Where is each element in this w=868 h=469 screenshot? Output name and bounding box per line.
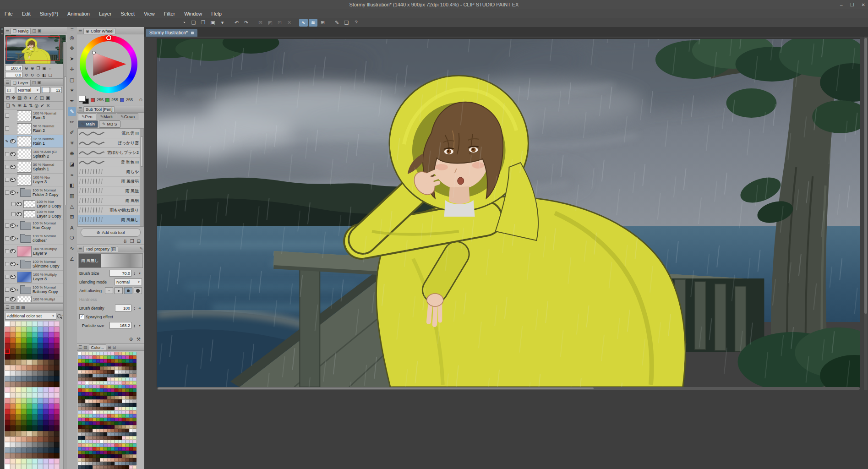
color-swatch[interactable] <box>126 414 129 418</box>
color-swatch[interactable] <box>96 381 100 385</box>
color-swatch[interactable] <box>78 370 82 374</box>
layer-thumbnail[interactable] <box>17 162 32 173</box>
color-swatch[interactable] <box>89 462 93 465</box>
color-swatch[interactable] <box>85 410 89 414</box>
color-swatch[interactable] <box>10 321 16 327</box>
color-swatch[interactable] <box>107 370 111 374</box>
color-swatch[interactable] <box>10 332 16 338</box>
color-swatch[interactable] <box>27 414 32 420</box>
airbrush-tool[interactable]: ✳ <box>68 139 76 147</box>
color-swatch[interactable] <box>96 418 100 421</box>
color-swatch[interactable] <box>78 403 82 407</box>
color-swatch[interactable] <box>96 451 100 454</box>
tab-color-wheel[interactable]: ◉Color Wheel <box>83 28 115 34</box>
color-swatch[interactable] <box>38 409 43 414</box>
color-swatch[interactable] <box>27 321 32 327</box>
fill-tool[interactable]: ◧ <box>68 181 76 190</box>
color-swatch[interactable] <box>93 447 96 451</box>
brush-density-dynamics-button[interactable]: ⇊ <box>137 306 142 310</box>
color-swatch[interactable] <box>122 418 126 421</box>
panel-menu-icon[interactable]: ☰ <box>78 345 82 349</box>
color-swatch[interactable] <box>82 388 85 392</box>
color-swatch[interactable] <box>107 436 111 440</box>
color-swatch[interactable] <box>5 447 10 453</box>
color-swatch[interactable] <box>118 381 122 385</box>
color-swatch[interactable] <box>93 370 96 374</box>
color-swatch[interactable] <box>54 458 60 464</box>
color-swatch[interactable] <box>82 381 85 385</box>
color-swatch[interactable] <box>115 352 118 355</box>
brush-row[interactable]: 雲ぼかしブラシ2 <box>78 148 143 158</box>
color-swatch[interactable] <box>54 387 60 393</box>
color-swatch[interactable] <box>27 447 32 453</box>
color-swatch[interactable] <box>93 392 96 396</box>
color-swatch[interactable] <box>49 414 54 420</box>
layer-checkbox[interactable] <box>4 114 10 118</box>
color-swatch[interactable] <box>82 403 85 407</box>
color-swatch[interactable] <box>107 440 111 443</box>
color-swatch[interactable] <box>82 385 85 388</box>
color-swatch[interactable] <box>38 387 43 393</box>
color-swatch[interactable] <box>96 414 100 418</box>
color-swatch[interactable] <box>107 377 111 381</box>
layer-checkbox[interactable] <box>4 262 10 266</box>
color-swatch[interactable] <box>82 465 85 469</box>
eraser-tool[interactable]: ◪ <box>68 160 76 169</box>
color-swatch[interactable] <box>89 443 93 447</box>
color-swatch[interactable] <box>129 388 133 392</box>
color-swatch[interactable] <box>107 462 111 465</box>
color-swatch[interactable] <box>122 374 126 377</box>
color-swatch[interactable] <box>93 366 96 370</box>
color-swatch[interactable] <box>122 432 126 436</box>
color-swatch[interactable] <box>43 464 49 469</box>
color-swatch[interactable] <box>100 447 104 451</box>
layer-checkbox[interactable] <box>4 178 10 182</box>
color-swatch[interactable] <box>43 447 49 453</box>
color-swatch[interactable] <box>54 409 60 414</box>
new-layer-folder-icon[interactable]: ⊞ <box>17 103 21 108</box>
color-swatch[interactable] <box>104 454 107 458</box>
snap-to-grid-button[interactable]: ⊞ <box>318 19 327 27</box>
rotate-right-icon[interactable]: ↻ <box>29 73 35 77</box>
color-swatch[interactable] <box>10 420 16 425</box>
color-swatch[interactable] <box>16 365 21 371</box>
sub-tool-group-tab-mark[interactable]: ✎Mark <box>97 113 117 120</box>
color-swatch[interactable] <box>78 454 82 458</box>
color-swatch[interactable] <box>111 399 115 403</box>
duplicate-sub-tool-icon[interactable]: ❐ <box>130 239 134 244</box>
color-swatch[interactable] <box>32 447 38 453</box>
color-swatch[interactable] <box>49 453 54 458</box>
color-swatch[interactable] <box>89 421 93 425</box>
correct-line-tool[interactable]: ∿ <box>68 244 76 253</box>
tab-tool-property[interactable]: Tool property [雨 <box>83 246 118 252</box>
color-swatch[interactable] <box>82 374 85 377</box>
color-swatch[interactable] <box>49 393 54 398</box>
color-swatch[interactable] <box>111 381 115 385</box>
color-swatch[interactable] <box>122 381 126 385</box>
color-swatch[interactable] <box>49 365 54 371</box>
color-swatch[interactable] <box>5 354 10 360</box>
brush-size-input[interactable]: 70.0 <box>109 270 131 277</box>
blend-tool[interactable]: ≈ <box>68 170 76 179</box>
color-swatch[interactable] <box>129 363 133 366</box>
fit-width-icon[interactable]: ↔ <box>47 66 53 71</box>
color-swatch[interactable] <box>100 421 104 425</box>
color-swatch[interactable] <box>96 355 100 359</box>
color-swatch[interactable] <box>27 464 32 469</box>
color-swatch[interactable] <box>82 436 85 440</box>
color-swatch[interactable] <box>32 343 38 349</box>
color-swatch[interactable] <box>82 377 85 381</box>
color-swatch[interactable] <box>100 355 104 359</box>
brush-row[interactable]: 雨 風微弱 <box>78 177 143 186</box>
color-swatch[interactable] <box>10 338 16 343</box>
zoom-tool[interactable]: ◎ <box>68 33 76 42</box>
color-swatch[interactable] <box>43 332 49 338</box>
color-swatch[interactable] <box>78 385 82 388</box>
color-swatch[interactable] <box>100 366 104 370</box>
color-swatch[interactable] <box>133 414 136 418</box>
color-swatch[interactable] <box>133 366 136 370</box>
document-tab[interactable]: Stormy Illustration* <box>146 29 197 37</box>
color-swatch[interactable] <box>54 382 60 387</box>
color-swatch[interactable] <box>38 354 43 360</box>
color-swatch[interactable] <box>107 429 111 432</box>
